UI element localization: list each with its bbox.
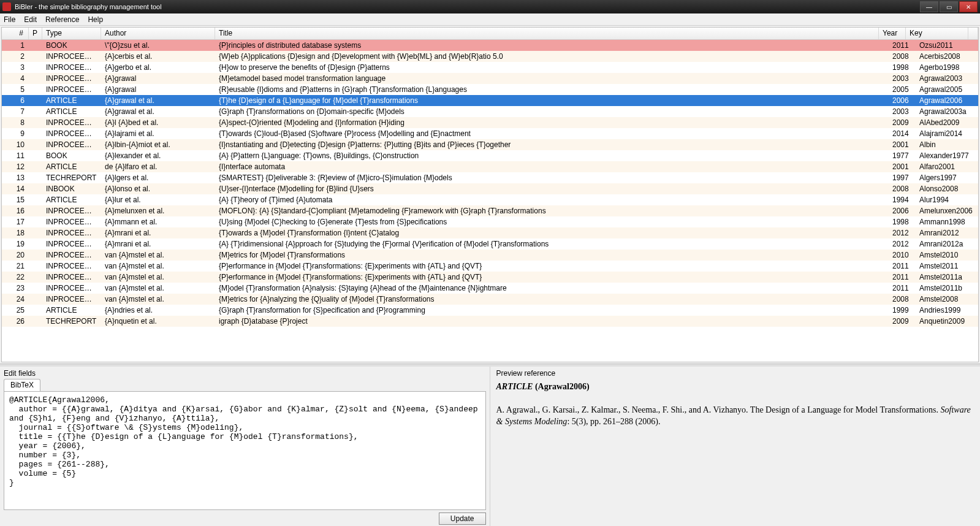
cell-author: {A}grawal [101, 74, 215, 83]
cell-author: {A}lgers et al. [101, 173, 215, 183]
cell-num: 4 [2, 74, 29, 83]
cell-num: 17 [2, 217, 29, 227]
table-row[interactable]: 24INPROCEEDIN...van {A}mstel et al.{M}et… [2, 294, 978, 305]
preview-key: (Agrawal2006) [533, 382, 589, 391]
cell-author: {A}lajrami et al. [101, 129, 215, 139]
menu-edit[interactable]: Edit [24, 15, 37, 24]
cell-author: {A}melunxen et al. [101, 206, 215, 216]
table-row[interactable]: 4INPROCEEDIN...{A}grawal{M}etamodel base… [2, 73, 978, 84]
menu-reference[interactable]: Reference [45, 15, 79, 24]
col-header-author[interactable]: Author [101, 28, 215, 39]
table-row[interactable]: 20INPROCEEDIN...van {A}mstel et al.{M}et… [2, 250, 978, 261]
cell-p [29, 177, 42, 178]
cell-num: 3 [2, 63, 29, 72]
cell-year: 2001 [889, 140, 916, 150]
cell-p [29, 299, 42, 300]
table-row[interactable]: 15ARTICLE{A}lur et al.{A} {T}heory of {T… [2, 194, 978, 205]
reference-list[interactable]: # P Type Author Title Year Key 1BOOK\"{O… [1, 27, 979, 362]
menubar: File Edit Reference Help [0, 13, 980, 26]
cell-p [29, 56, 42, 57]
preview-pane: Preview reference ARTICLE (Agrawal2006) … [490, 367, 981, 526]
column-headers[interactable]: # P Type Author Title Year Key [2, 28, 978, 40]
table-row[interactable]: 8INPROCEEDIN...{A}l {A}bed et al.{A}spec… [2, 117, 978, 128]
cell-num: 15 [2, 195, 29, 205]
cell-year: 2012 [889, 228, 916, 238]
menu-help[interactable]: Help [88, 15, 103, 24]
col-header-num[interactable]: # [2, 28, 29, 39]
cell-year: 2012 [889, 239, 916, 249]
table-row[interactable]: 17INPROCEEDIN...{A}mmann et al.{U}sing {… [2, 216, 978, 227]
col-header-key[interactable]: Key [906, 28, 968, 39]
cell-key: Amstel2010 [916, 250, 978, 260]
cell-p [29, 111, 42, 112]
cell-p [29, 155, 42, 156]
cell-title: {P}erformance in {M}odel {T}ransformatio… [215, 272, 889, 282]
table-row[interactable]: 7ARTICLE{A}grawal et al.{G}raph {T}ransf… [2, 106, 978, 117]
update-button[interactable]: Update [439, 513, 486, 525]
table-row[interactable]: 22INPROCEEDIN...van {A}mstel et al.{P}er… [2, 272, 978, 283]
cell-title: {A} {T}heory of {T}imed {A}utomata [215, 195, 889, 205]
cell-key: Amstel2011b [916, 283, 978, 293]
cell-key: Agrawal2005 [916, 85, 978, 94]
window-title: BiBler - the simple bibliography managem… [15, 3, 162, 10]
col-header-title[interactable]: Title [215, 28, 879, 39]
tab-bibtex[interactable]: BibTeX [4, 379, 40, 391]
cell-p [29, 265, 42, 267]
cell-num: 5 [2, 85, 29, 94]
cell-num: 14 [2, 184, 29, 194]
close-button[interactable]: ✕ [959, 1, 978, 12]
cell-key: Ammann1998 [916, 217, 978, 227]
maximize-button[interactable]: ▭ [940, 1, 958, 12]
cell-type: INPROCEEDIN... [42, 294, 101, 304]
cell-year: 1998 [889, 63, 916, 72]
col-header-type[interactable]: Type [42, 28, 101, 39]
table-row[interactable]: 1BOOK\"{O}zsu et al.{P}rinciples of dist… [2, 40, 978, 51]
cell-author: van {A}mstel et al. [101, 272, 215, 282]
cell-author: {A}nquetin et al. [101, 316, 215, 326]
table-row[interactable]: 19INPROCEEDIN...{A}mrani et al.{A} {T}ri… [2, 238, 978, 250]
cell-p [29, 232, 42, 234]
bibtex-editor[interactable] [4, 391, 486, 510]
table-row[interactable]: 25ARTICLE{A}ndries et al.{G}raph {T}rans… [2, 305, 978, 316]
cell-p [29, 254, 42, 256]
cell-key: Amrani2012 [916, 228, 978, 238]
cell-title: {G}raph {T}ransformation for {S}pecifica… [215, 305, 889, 315]
cell-key: Amelunxen2006 [916, 206, 978, 216]
cell-type: ARTICLE [42, 162, 101, 172]
cell-year: 2011 [889, 272, 916, 282]
cell-type: INBOOK [42, 184, 101, 194]
cell-num: 26 [2, 316, 29, 326]
titlebar[interactable]: BiBler - the simple bibliography managem… [0, 0, 980, 13]
table-row[interactable]: 6ARTICLE{A}grawal et al.{T}he {D}esign o… [2, 95, 978, 106]
cell-year: 1994 [889, 195, 916, 205]
table-row[interactable]: 23INPROCEEDIN...van {A}mstel et al.{M}od… [2, 283, 978, 294]
table-row[interactable]: 2INPROCEEDIN...{A}cerbis et al.{W}eb {A}… [2, 51, 978, 62]
minimize-button[interactable]: — [920, 1, 938, 12]
table-row[interactable]: 21INPROCEEDIN...van {A}mstel et al.{P}er… [2, 261, 978, 272]
cell-title: {A} {P}attern {L}anguage: {T}owns, {B}ui… [215, 151, 889, 161]
table-row[interactable]: 11BOOK{A}lexander et al.{A} {P}attern {L… [2, 150, 978, 161]
cell-type: ARTICLE [42, 305, 101, 315]
table-row[interactable]: 16INPROCEEDIN...{A}melunxen et al.{MOFLO… [2, 205, 978, 216]
table-row[interactable]: 26TECHREPORT{A}nquetin et al.igraph {D}a… [2, 316, 978, 327]
table-row[interactable]: 18INPROCEEDIN...{A}mrani et al.{T}owards… [2, 227, 978, 238]
cell-key: Alfaro2001 [916, 162, 978, 172]
preview-headline: ARTICLE (Agrawal2006) [496, 381, 974, 393]
cell-num: 22 [2, 272, 29, 282]
cell-type: INPROCEEDIN... [42, 261, 101, 271]
table-row[interactable]: 9INPROCEEDIN...{A}lajrami et al.{T}oward… [2, 128, 978, 139]
table-row[interactable]: 12ARTICLEde {A}lfaro et al.{I}nterface a… [2, 161, 978, 172]
cell-p [29, 288, 42, 289]
cell-title: {T}owards {C}loud-{B}ased {S}oftware {P}… [215, 129, 889, 139]
cell-p [29, 188, 42, 189]
col-header-year[interactable]: Year [879, 28, 906, 39]
cell-title: {T}he {D}esign of a {L}anguage for {M}od… [215, 96, 889, 105]
table-row[interactable]: 14INBOOK{A}lonso et al.{U}ser-{I}nterfac… [2, 183, 978, 194]
col-header-p[interactable]: P [29, 28, 42, 39]
cell-key: Alajrami2014 [916, 129, 978, 139]
table-row[interactable]: 10INPROCEEDIN...{A}lbin-{A}miot et al.{I… [2, 139, 978, 150]
table-row[interactable]: 5INPROCEEDIN...{A}grawal{R}eusable {I}di… [2, 84, 978, 95]
table-row[interactable]: 3INPROCEEDIN...{A}gerbo et al.{H}ow to p… [2, 62, 978, 73]
table-row[interactable]: 13TECHREPORT{A}lgers et al.{SMARTEST} {D… [2, 172, 978, 183]
menu-file[interactable]: File [4, 15, 15, 24]
